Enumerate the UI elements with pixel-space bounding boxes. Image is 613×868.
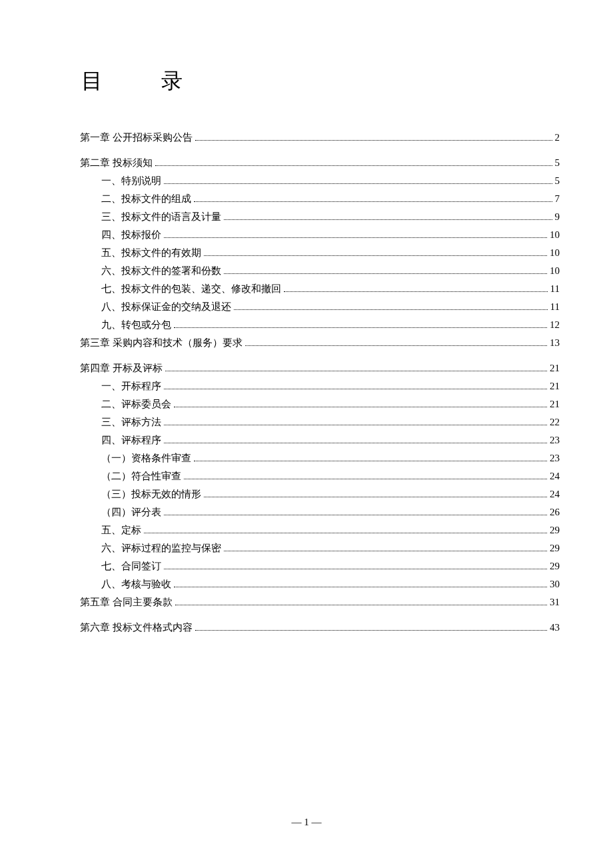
- toc-entry: 三、评标方法22: [80, 414, 560, 430]
- toc-page-number: 29: [550, 540, 560, 556]
- toc-entry: 九、转包或分包12: [80, 317, 560, 333]
- toc-label: 五、投标文件的有效期: [101, 245, 201, 261]
- toc-label: （一）资格条件审查: [101, 450, 191, 466]
- toc-leader-dots: [184, 479, 547, 479]
- toc-entry: 五、投标文件的有效期10: [80, 245, 560, 261]
- toc-label: （四）评分表: [101, 504, 161, 520]
- toc-entry: 三、投标文件的语言及计量9: [80, 209, 560, 225]
- toc-entry: （四）评分表26: [80, 504, 560, 520]
- toc-label: （二）符合性审查: [101, 468, 181, 484]
- toc-leader-dots: [245, 345, 547, 346]
- toc-label: 一、开标程序: [101, 378, 161, 394]
- toc-leader-dots: [164, 425, 547, 425]
- toc-label: 七、投标文件的包装、递交、修改和撤回: [101, 281, 281, 297]
- toc-entry: 二、投标文件的组成7: [80, 191, 560, 207]
- toc-entry: 八、考核与验收30: [80, 576, 560, 592]
- toc-label: 八、考核与验收: [101, 576, 171, 592]
- toc-label: 第五章 合同主要条款: [80, 594, 173, 610]
- toc-entry: 七、合同签订29: [80, 558, 560, 574]
- toc-leader-dots: [224, 273, 547, 274]
- toc-leader-dots: [224, 219, 552, 220]
- toc-label: 二、投标文件的组成: [101, 191, 191, 207]
- toc-page-number: 13: [550, 335, 560, 351]
- toc-page-number: 31: [550, 594, 560, 610]
- toc-leader-dots: [155, 165, 552, 166]
- toc-page-number: 21: [550, 378, 560, 394]
- toc-entry: 七、投标文件的包装、递交、修改和撤回11: [80, 281, 560, 297]
- toc-label: 二、评标委员会: [101, 396, 171, 412]
- toc-entry: 第六章 投标文件格式内容43: [80, 619, 560, 635]
- toc-page-number: 23: [550, 450, 560, 466]
- toc-leader-dots: [144, 533, 547, 533]
- toc-page-number: 29: [550, 558, 560, 574]
- toc-leader-dots: [195, 630, 547, 631]
- toc-leader-dots: [174, 587, 547, 587]
- toc-label: 六、评标过程的监控与保密: [101, 540, 221, 556]
- toc-entry: 第三章 采购内容和技术（服务）要求13: [80, 335, 560, 351]
- toc-label: 八、投标保证金的交纳及退还: [101, 299, 231, 315]
- toc-leader-dots: [194, 201, 552, 202]
- toc-page-number: 9: [555, 209, 560, 225]
- toc-page-number: 7: [555, 191, 560, 207]
- toc-leader-dots: [224, 551, 547, 551]
- toc-entry: 第五章 合同主要条款31: [80, 594, 560, 610]
- table-of-contents: 第一章 公开招标采购公告2第二章 投标须知5一、特别说明5二、投标文件的组成7三…: [80, 129, 560, 635]
- toc-entry: （二）符合性审查24: [80, 468, 560, 484]
- toc-leader-dots: [284, 291, 548, 292]
- toc-label: 三、投标文件的语言及计量: [101, 209, 221, 225]
- toc-page-number: 29: [550, 522, 560, 538]
- toc-label: 五、定标: [101, 522, 141, 538]
- toc-page-number: 23: [550, 432, 560, 448]
- toc-leader-dots: [204, 497, 547, 497]
- toc-entry: （一）资格条件审查23: [80, 450, 560, 466]
- toc-leader-dots: [194, 461, 547, 461]
- toc-page-number: 10: [550, 227, 560, 243]
- toc-entry: 一、开标程序21: [80, 378, 560, 394]
- toc-leader-dots: [164, 569, 547, 569]
- toc-entry: 第二章 投标须知5: [80, 155, 560, 171]
- toc-leader-dots: [174, 327, 547, 328]
- toc-page-number: 30: [550, 576, 560, 592]
- toc-label: 第六章 投标文件格式内容: [80, 619, 193, 635]
- toc-leader-dots: [164, 515, 547, 515]
- toc-page-number: 22: [550, 414, 560, 430]
- toc-entry: 第四章 开标及评标21: [80, 360, 560, 376]
- toc-entry: 四、评标程序23: [80, 432, 560, 448]
- toc-entry: 八、投标保证金的交纳及退还11: [80, 299, 560, 315]
- toc-entry: 五、定标29: [80, 522, 560, 538]
- toc-leader-dots: [164, 183, 552, 184]
- toc-leader-dots: [164, 389, 547, 389]
- toc-label: 七、合同签订: [101, 558, 161, 574]
- toc-leader-dots: [164, 237, 547, 238]
- toc-entry: 二、评标委员会21: [80, 396, 560, 412]
- toc-label: 第三章 采购内容和技术（服务）要求: [80, 335, 243, 351]
- toc-page-number: 24: [550, 468, 560, 484]
- toc-label: 第四章 开标及评标: [80, 360, 163, 376]
- toc-leader-dots: [195, 140, 552, 141]
- toc-page-number: 5: [555, 155, 560, 171]
- toc-entry: 第一章 公开招标采购公告2: [80, 129, 560, 145]
- toc-page-number: 11: [550, 281, 560, 297]
- toc-page-number: 11: [550, 299, 560, 315]
- toc-page-number: 10: [550, 263, 560, 279]
- toc-leader-dots: [204, 255, 547, 256]
- toc-page-number: 5: [555, 173, 560, 189]
- toc-leader-dots: [164, 443, 547, 443]
- toc-label: 一、特别说明: [101, 173, 161, 189]
- toc-label: 第一章 公开招标采购公告: [80, 129, 193, 145]
- toc-label: 四、评标程序: [101, 432, 161, 448]
- toc-entry: 六、投标文件的签署和份数10: [80, 263, 560, 279]
- toc-page-number: 21: [550, 396, 560, 412]
- toc-page-number: 43: [550, 619, 560, 635]
- toc-label: （三）投标无效的情形: [101, 486, 201, 502]
- toc-entry: （三）投标无效的情形24: [80, 486, 560, 502]
- toc-page-number: 12: [550, 317, 560, 333]
- toc-leader-dots: [175, 605, 547, 605]
- toc-leader-dots: [165, 371, 547, 371]
- toc-page-number: 21: [550, 360, 560, 376]
- toc-label: 九、转包或分包: [101, 317, 171, 333]
- toc-page-number: 24: [550, 486, 560, 502]
- toc-label: 六、投标文件的签署和份数: [101, 263, 221, 279]
- toc-page-number: 10: [550, 245, 560, 261]
- toc-label: 第二章 投标须知: [80, 155, 153, 171]
